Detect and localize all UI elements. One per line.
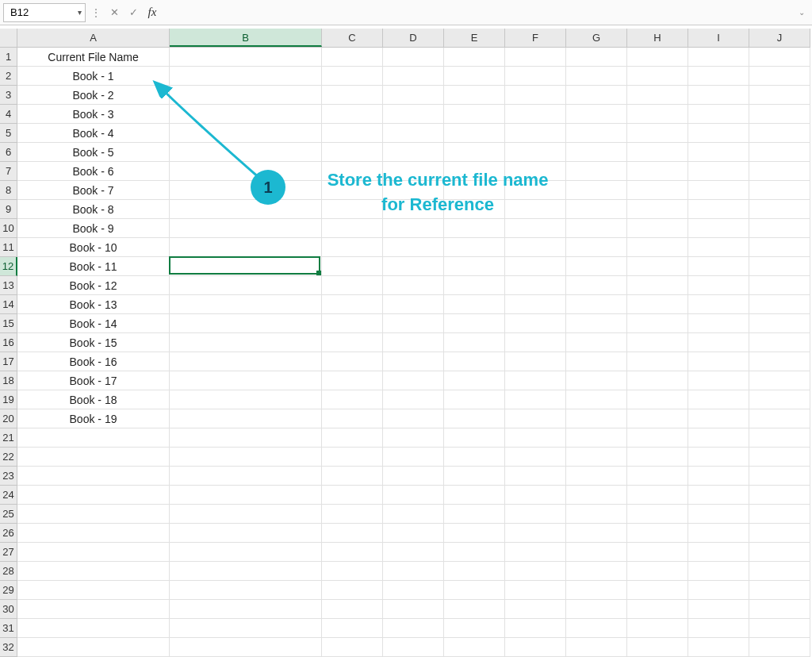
cell-F16[interactable] bbox=[505, 333, 566, 352]
cell-J29[interactable] bbox=[749, 581, 810, 600]
cell-E11[interactable] bbox=[444, 238, 505, 257]
cell-A24[interactable] bbox=[17, 486, 170, 505]
cell-D18[interactable] bbox=[383, 371, 444, 390]
column-header-F[interactable]: F bbox=[505, 29, 566, 47]
cell-C14[interactable] bbox=[322, 295, 383, 314]
cell-A28[interactable] bbox=[17, 562, 170, 581]
row-header-19[interactable]: 19 bbox=[0, 390, 17, 409]
cell-E28[interactable] bbox=[444, 562, 505, 581]
cell-E23[interactable] bbox=[444, 467, 505, 486]
cell-J28[interactable] bbox=[749, 562, 810, 581]
row-header-27[interactable]: 27 bbox=[0, 543, 17, 562]
cell-D8[interactable] bbox=[383, 181, 444, 200]
row-header-26[interactable]: 26 bbox=[0, 524, 17, 543]
cell-G20[interactable] bbox=[566, 409, 627, 428]
cell-G28[interactable] bbox=[566, 562, 627, 581]
cell-F3[interactable] bbox=[505, 86, 566, 105]
cell-H2[interactable] bbox=[627, 67, 688, 86]
cell-I23[interactable] bbox=[688, 467, 749, 486]
cell-D23[interactable] bbox=[383, 467, 444, 486]
cell-I24[interactable] bbox=[688, 486, 749, 505]
cell-A20[interactable]: Book - 19 bbox=[17, 409, 170, 428]
cell-C7[interactable] bbox=[322, 162, 383, 181]
cell-I19[interactable] bbox=[688, 390, 749, 409]
cell-J9[interactable] bbox=[749, 200, 810, 219]
cell-J10[interactable] bbox=[749, 219, 810, 238]
cell-J26[interactable] bbox=[749, 524, 810, 543]
cell-B18[interactable] bbox=[170, 371, 322, 390]
expand-formula-bar-icon[interactable]: ⌄ bbox=[795, 8, 809, 17]
cell-A30[interactable] bbox=[17, 600, 170, 619]
column-header-A[interactable]: A bbox=[17, 29, 170, 47]
cell-C16[interactable] bbox=[322, 333, 383, 352]
cell-A5[interactable]: Book - 4 bbox=[17, 124, 170, 143]
cell-G6[interactable] bbox=[566, 143, 627, 162]
cell-F28[interactable] bbox=[505, 562, 566, 581]
cell-F26[interactable] bbox=[505, 524, 566, 543]
cell-B28[interactable] bbox=[170, 562, 322, 581]
cell-I5[interactable] bbox=[688, 124, 749, 143]
cell-A23[interactable] bbox=[17, 467, 170, 486]
cell-F5[interactable] bbox=[505, 124, 566, 143]
cell-D29[interactable] bbox=[383, 581, 444, 600]
cell-B15[interactable] bbox=[170, 314, 322, 333]
cell-I9[interactable] bbox=[688, 200, 749, 219]
row-header-16[interactable]: 16 bbox=[0, 333, 17, 352]
cell-I17[interactable] bbox=[688, 352, 749, 371]
cell-F10[interactable] bbox=[505, 219, 566, 238]
cell-H28[interactable] bbox=[627, 562, 688, 581]
cell-B24[interactable] bbox=[170, 486, 322, 505]
cell-B7[interactable] bbox=[170, 162, 322, 181]
cell-G13[interactable] bbox=[566, 276, 627, 295]
cell-F6[interactable] bbox=[505, 143, 566, 162]
cell-H23[interactable] bbox=[627, 467, 688, 486]
cell-F21[interactable] bbox=[505, 428, 566, 448]
cell-D19[interactable] bbox=[383, 390, 444, 409]
cell-A8[interactable]: Book - 7 bbox=[17, 181, 170, 200]
cell-D3[interactable] bbox=[383, 86, 444, 105]
cell-B2[interactable] bbox=[170, 67, 322, 86]
cell-F19[interactable] bbox=[505, 390, 566, 409]
cell-E25[interactable] bbox=[444, 505, 505, 524]
row-header-28[interactable]: 28 bbox=[0, 562, 17, 581]
cell-E7[interactable] bbox=[444, 162, 505, 181]
cell-A9[interactable]: Book - 8 bbox=[17, 200, 170, 219]
cell-J11[interactable] bbox=[749, 238, 810, 257]
cell-H4[interactable] bbox=[627, 105, 688, 124]
cell-G12[interactable] bbox=[566, 257, 627, 276]
cell-B11[interactable] bbox=[170, 238, 322, 257]
cell-G9[interactable] bbox=[566, 200, 627, 219]
cell-D17[interactable] bbox=[383, 352, 444, 371]
cell-J15[interactable] bbox=[749, 314, 810, 333]
cell-G16[interactable] bbox=[566, 333, 627, 352]
cell-H1[interactable] bbox=[627, 48, 688, 67]
cell-G19[interactable] bbox=[566, 390, 627, 409]
cell-I7[interactable] bbox=[688, 162, 749, 181]
row-header-4[interactable]: 4 bbox=[0, 105, 17, 124]
cell-C29[interactable] bbox=[322, 581, 383, 600]
cell-E18[interactable] bbox=[444, 371, 505, 390]
cell-H22[interactable] bbox=[627, 448, 688, 467]
cell-E17[interactable] bbox=[444, 352, 505, 371]
cell-B29[interactable] bbox=[170, 581, 322, 600]
cell-H16[interactable] bbox=[627, 333, 688, 352]
cell-H13[interactable] bbox=[627, 276, 688, 295]
cell-H9[interactable] bbox=[627, 200, 688, 219]
row-header-18[interactable]: 18 bbox=[0, 371, 17, 390]
cell-A13[interactable]: Book - 12 bbox=[17, 276, 170, 295]
cell-F25[interactable] bbox=[505, 505, 566, 524]
cell-D10[interactable] bbox=[383, 219, 444, 238]
cell-J3[interactable] bbox=[749, 86, 810, 105]
cell-C31[interactable] bbox=[322, 619, 383, 638]
cell-I25[interactable] bbox=[688, 505, 749, 524]
cell-B12[interactable] bbox=[170, 257, 322, 276]
cell-J2[interactable] bbox=[749, 67, 810, 86]
cell-C17[interactable] bbox=[322, 352, 383, 371]
cell-C28[interactable] bbox=[322, 562, 383, 581]
cell-F23[interactable] bbox=[505, 467, 566, 486]
cell-E22[interactable] bbox=[444, 448, 505, 467]
cell-I1[interactable] bbox=[688, 48, 749, 67]
cell-D22[interactable] bbox=[383, 448, 444, 467]
cell-E31[interactable] bbox=[444, 619, 505, 638]
cell-D14[interactable] bbox=[383, 295, 444, 314]
